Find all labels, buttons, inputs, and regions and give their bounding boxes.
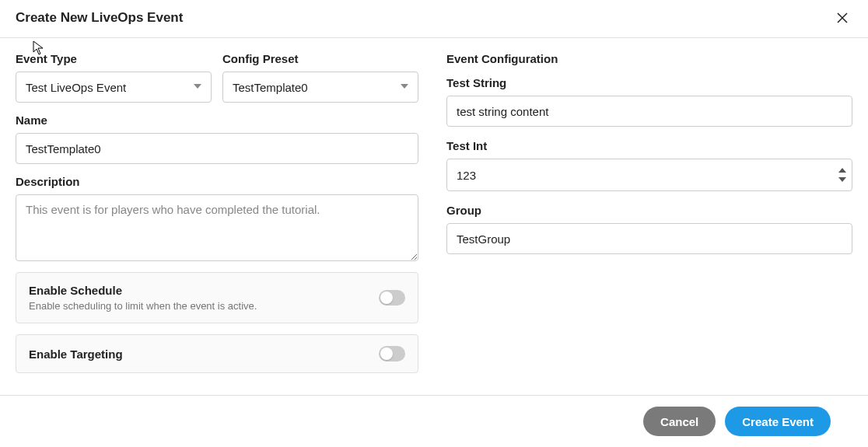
chevron-down-icon bbox=[838, 177, 846, 182]
test-int-label: Test Int bbox=[446, 139, 852, 152]
name-label: Name bbox=[16, 113, 418, 127]
config-preset-label: Config Preset bbox=[222, 52, 418, 65]
enable-schedule-title: Enable Schedule bbox=[29, 284, 257, 297]
close-button[interactable] bbox=[832, 8, 852, 28]
enable-schedule-toggle[interactable] bbox=[379, 290, 405, 306]
config-preset-select[interactable]: TestTemplate0 bbox=[222, 72, 418, 103]
test-string-input[interactable] bbox=[446, 96, 852, 127]
group-label: Group bbox=[446, 204, 852, 217]
event-type-value: Test LiveOps Event bbox=[16, 72, 212, 103]
enable-schedule-subtitle: Enable scheduling to limit when the even… bbox=[29, 300, 257, 312]
cancel-button[interactable]: Cancel bbox=[643, 407, 716, 436]
test-int-decrement[interactable] bbox=[837, 176, 848, 183]
config-preset-value: TestTemplate0 bbox=[222, 72, 418, 103]
event-type-select[interactable]: Test LiveOps Event bbox=[16, 72, 212, 103]
description-textarea[interactable] bbox=[16, 194, 418, 261]
dialog-title: Create New LiveOps Event bbox=[16, 10, 183, 26]
close-icon bbox=[835, 11, 849, 25]
enable-targeting-title: Enable Targeting bbox=[29, 347, 123, 361]
description-label: Description bbox=[16, 175, 418, 188]
test-int-input[interactable] bbox=[446, 159, 852, 191]
test-int-increment[interactable] bbox=[837, 166, 848, 174]
event-configuration-heading: Event Configuration bbox=[446, 52, 852, 65]
enable-schedule-card: Enable Schedule Enable scheduling to lim… bbox=[16, 272, 418, 323]
event-type-label: Event Type bbox=[16, 52, 212, 65]
name-input[interactable] bbox=[16, 133, 418, 164]
chevron-up-icon bbox=[838, 168, 846, 173]
create-event-button[interactable]: Create Event bbox=[725, 407, 831, 436]
enable-targeting-card: Enable Targeting bbox=[16, 334, 418, 373]
group-input[interactable] bbox=[446, 223, 852, 254]
test-string-label: Test String bbox=[446, 76, 852, 89]
enable-targeting-toggle[interactable] bbox=[379, 346, 405, 361]
